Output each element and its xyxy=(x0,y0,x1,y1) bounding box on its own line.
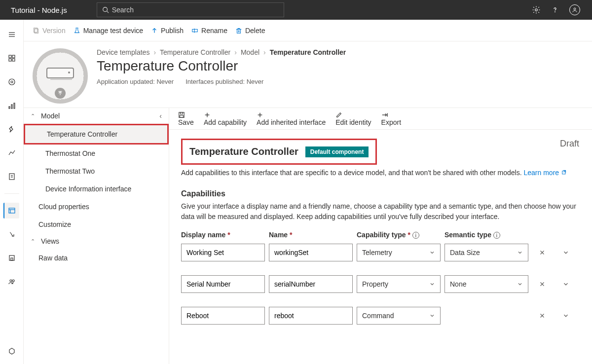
capabilities-header-row: Display name Name Capability typei Seman… xyxy=(181,231,580,239)
nav-item-thermostat-one[interactable]: Thermostat One xyxy=(24,145,169,162)
svg-point-4 xyxy=(574,8,576,10)
collapse-icon[interactable]: ‹ xyxy=(159,112,162,120)
capability-row: Property None xyxy=(181,275,580,293)
version-icon xyxy=(33,27,39,34)
nav-model-header[interactable]: ⌃ Model ‹ xyxy=(24,108,169,124)
publish-button[interactable]: Publish xyxy=(151,27,184,35)
chevron-down-icon xyxy=(429,250,435,255)
model-nav: ⌃ Model ‹ Temperature Controller Thermos… xyxy=(24,108,169,364)
search-icon xyxy=(102,6,109,13)
svg-rect-20 xyxy=(9,208,15,213)
nav-settings-icon[interactable] xyxy=(4,343,20,359)
save-label: Save xyxy=(178,118,194,126)
col-display-name: Display name xyxy=(181,231,265,239)
svg-rect-14 xyxy=(9,107,10,109)
export-label: Export xyxy=(381,118,401,126)
expand-row-button[interactable] xyxy=(556,312,576,319)
export-button[interactable]: Export xyxy=(381,111,401,126)
version-label: Version xyxy=(42,27,66,35)
chevron-down-icon xyxy=(429,281,435,287)
breadcrumb: Device templates› Temperature Controller… xyxy=(97,48,583,56)
svg-point-12 xyxy=(9,79,15,85)
status-label: Draft xyxy=(560,139,579,149)
info-icon[interactable]: i xyxy=(412,232,419,239)
nav-analytics-icon[interactable] xyxy=(4,145,20,161)
nav-templates-icon[interactable] xyxy=(3,203,19,218)
nav-item-cloud-props[interactable]: Cloud properties xyxy=(24,198,169,216)
svg-rect-10 xyxy=(9,59,11,61)
rename-button[interactable]: Rename xyxy=(191,27,227,35)
chevron-down-icon xyxy=(517,250,523,255)
nav-groups-icon[interactable] xyxy=(4,98,20,113)
delete-button[interactable]: Delete xyxy=(235,27,265,35)
edit-identity-label: Edit identity xyxy=(335,118,371,126)
chevron-up-icon: ⌃ xyxy=(31,238,35,245)
capability-type-select[interactable]: Property xyxy=(357,275,441,293)
display-name-input[interactable] xyxy=(181,275,265,293)
app-title: Tutorial - Node.js xyxy=(6,6,67,14)
svg-line-1 xyxy=(107,11,109,13)
nav-item-raw-data[interactable]: Raw data xyxy=(24,249,169,267)
menu-icon[interactable] xyxy=(4,27,20,42)
capability-type-select[interactable]: Command xyxy=(357,307,441,325)
breadcrumb-item[interactable]: Device templates xyxy=(97,48,149,56)
nav-export-icon[interactable] xyxy=(4,226,20,242)
add-inherited-button[interactable]: Add inherited interface xyxy=(257,111,326,126)
chevron-up-icon: ⌃ xyxy=(31,113,35,119)
nav-admin-icon[interactable] xyxy=(4,250,20,266)
settings-icon[interactable] xyxy=(532,5,541,14)
nav-jobs-icon[interactable] xyxy=(4,169,20,184)
col-sem-type: Semantic typei xyxy=(444,231,528,239)
search-placeholder: Search xyxy=(112,6,134,14)
content-panel: Save Add capability Add inherited interf… xyxy=(169,108,592,364)
nav-dashboard-icon[interactable] xyxy=(4,50,20,66)
svg-rect-9 xyxy=(12,55,15,58)
learn-more-link[interactable]: Learn more xyxy=(524,169,566,177)
expand-row-button[interactable] xyxy=(556,249,576,256)
breadcrumb-item[interactable]: Model xyxy=(241,48,259,56)
display-name-input[interactable] xyxy=(181,244,265,261)
save-icon xyxy=(178,111,194,118)
breadcrumb-item: Temperature Controller xyxy=(270,48,346,56)
add-capability-button[interactable]: Add capability xyxy=(204,111,247,126)
name-input[interactable] xyxy=(269,307,353,325)
rename-label: Rename xyxy=(201,27,227,35)
version-button[interactable]: Version xyxy=(33,27,66,35)
edit-identity-button[interactable]: Edit identity xyxy=(335,111,371,126)
semantic-type-select[interactable]: Data Size xyxy=(444,244,528,261)
name-input[interactable] xyxy=(269,275,353,293)
search-input[interactable]: Search xyxy=(97,2,284,17)
nav-item-device-info[interactable]: Device Information interface xyxy=(24,180,169,198)
manage-device-button[interactable]: Manage test device xyxy=(74,27,143,35)
display-name-input[interactable] xyxy=(181,307,265,325)
nav-item-thermostat-two[interactable]: Thermostat Two xyxy=(24,162,169,180)
plus-icon xyxy=(204,111,247,118)
page-header: Device templates› Temperature Controller… xyxy=(24,41,592,108)
save-button[interactable]: Save xyxy=(178,111,194,126)
semantic-type-select[interactable]: None xyxy=(444,275,528,293)
nav-item-temp-controller[interactable]: Temperature Controller xyxy=(25,125,167,143)
svg-point-2 xyxy=(535,9,538,11)
expand-row-button[interactable] xyxy=(556,281,576,288)
nav-views-header[interactable]: ⌃ Views xyxy=(24,233,169,249)
add-capability-label: Add capability xyxy=(204,118,247,126)
remove-row-button[interactable] xyxy=(532,249,552,256)
plus-icon xyxy=(257,111,326,118)
nav-item-customize[interactable]: Customize xyxy=(24,216,169,233)
page-title: Temperature Controller xyxy=(97,58,583,74)
help-icon[interactable] xyxy=(551,5,559,14)
nav-rules-icon[interactable] xyxy=(4,121,20,137)
capability-type-select[interactable]: Telemetry xyxy=(357,244,441,261)
capabilities-description: Give your interface a display name and a… xyxy=(181,201,580,222)
nav-devices-icon[interactable] xyxy=(4,74,20,90)
breadcrumb-item[interactable]: Temperature Controller xyxy=(160,48,230,56)
name-input[interactable] xyxy=(269,244,353,261)
remove-row-button[interactable] xyxy=(532,281,552,288)
info-icon[interactable]: i xyxy=(493,232,500,239)
remove-row-button[interactable] xyxy=(532,312,552,319)
publish-icon xyxy=(151,27,158,34)
svg-rect-40 xyxy=(180,112,183,114)
nav-users-icon[interactable] xyxy=(4,274,20,290)
rename-icon xyxy=(191,27,198,34)
avatar[interactable] xyxy=(569,4,580,15)
